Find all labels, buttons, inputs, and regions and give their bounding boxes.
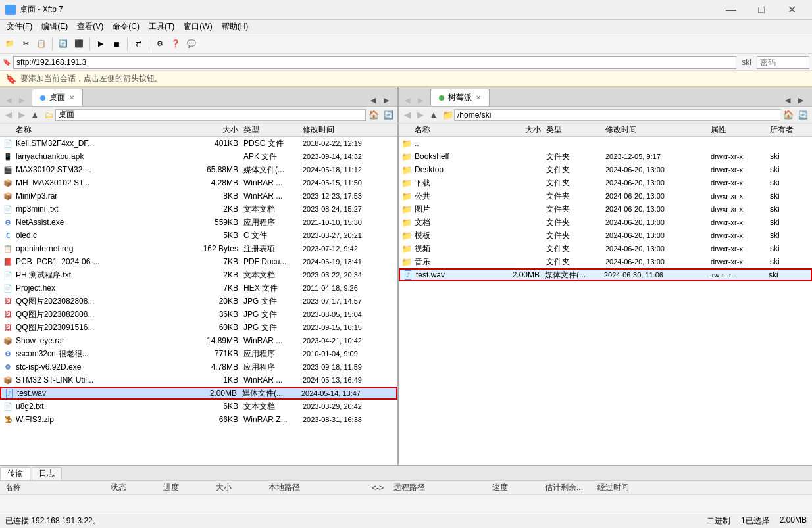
right-file-row[interactable]: 📁 图片 文件夹 2024-06-20, 13:00 drwxr-xr-x sk…: [399, 203, 812, 216]
right-col-type[interactable]: 类型: [546, 124, 605, 135]
left-file-name: ♪ test.wav: [4, 388, 196, 398]
lp-refresh-btn[interactable]: 🔄: [382, 108, 395, 122]
left-file-row[interactable]: 📄 u8g2.txt 6KB 文本文档 2023-03-29, 20:42: [0, 400, 397, 413]
left-file-row[interactable]: 📱 lanyachuankou.apk APK 文件 2023-09-14, 1…: [0, 150, 397, 163]
right-file-row[interactable]: 📁 ..: [399, 137, 812, 150]
left-file-row[interactable]: 📄 PH 测试程序.txt 2KB 文本文档 2023-03-22, 20:34: [0, 268, 397, 281]
left-col-name[interactable]: 名称: [3, 124, 197, 135]
lp-back-btn[interactable]: ◀: [3, 109, 14, 121]
left-tab-close[interactable]: ✕: [69, 94, 74, 101]
left-file-row[interactable]: 📄 Keil.STM32F4xx_DF... 401KB PDSC 文件 201…: [0, 137, 397, 150]
left-file-row[interactable]: 📦 MH_MAX30102 ST... 4.28MB WinRAR ... 20…: [0, 176, 397, 189]
right-file-row[interactable]: 📁 音乐 文件夹 2024-06-20, 13:00 drwxr-xr-x sk…: [399, 255, 812, 268]
toolbar-btn6[interactable]: ▶: [93, 37, 108, 51]
menu-tools[interactable]: 工具(T): [145, 20, 178, 34]
maximize-button[interactable]: □: [746, 0, 776, 20]
toolbar-btn4[interactable]: 🔄: [56, 37, 70, 51]
toolbar-btn7[interactable]: ⏹: [109, 37, 124, 51]
rp-home-btn[interactable]: 🏠: [782, 108, 795, 122]
left-file-row[interactable]: ⚙ NetAssist.exe 559KB 应用程序 2021-10-10, 1…: [0, 216, 397, 229]
rp-up-btn[interactable]: ▲: [428, 109, 440, 121]
right-file-row[interactable]: ♪ test.wav 2.00MB 媒体文件(... 2024-06-30, 1…: [399, 268, 812, 281]
left-file-row[interactable]: 📄 mp3mini .txt 2KB 文本文档 2023-08-24, 15:2…: [0, 203, 397, 216]
right-file-row[interactable]: 📁 Bookshelf 文件夹 2023-12-05, 9:17 drwxr-x…: [399, 150, 812, 163]
minimize-button[interactable]: —: [716, 0, 746, 20]
password-input[interactable]: [757, 56, 809, 69]
right-file-perm: drwxr-xr-x: [711, 258, 770, 266]
left-pane-scroll-left[interactable]: ◀: [367, 94, 379, 106]
left-file-row[interactable]: 📄 Project.hex 7KB HEX 文件 2011-04-18, 9:2…: [0, 281, 397, 295]
rp-back-btn[interactable]: ◀: [401, 109, 413, 121]
toolbar-btn11[interactable]: 💬: [184, 37, 199, 51]
menu-help[interactable]: 帮助(H): [218, 20, 253, 34]
right-pane-back[interactable]: ◀: [401, 94, 413, 106]
toolbar-btn2[interactable]: ✂: [18, 37, 33, 51]
right-file-row[interactable]: 📁 下载 文件夹 2024-06-20, 13:00 drwxr-xr-x sk…: [399, 176, 812, 189]
menu-edit[interactable]: 编辑(E): [38, 20, 72, 34]
left-file-name: 📱 lanyachuankou.apk: [3, 151, 197, 162]
right-pane-scroll-right[interactable]: ▶: [795, 94, 807, 106]
left-file-row[interactable]: 📦 MiniMp3.rar 8KB WinRAR ... 2023-12-23,…: [0, 189, 397, 203]
toolbar-btn5[interactable]: ⬛: [72, 37, 86, 51]
right-file-row[interactable]: 📁 文档 文件夹 2024-06-20, 13:00 drwxr-xr-x sk…: [399, 216, 812, 229]
toolbar-btn3[interactable]: 📋: [34, 37, 49, 51]
right-pane-forward[interactable]: ▶: [415, 94, 426, 106]
left-file-row[interactable]: 🖼 QQ图片2023091516... 60KB JPG 文件 2023-09-…: [0, 321, 397, 334]
right-tab-raspi[interactable]: 树莓派 ✕: [430, 89, 490, 106]
toolbar-btn8[interactable]: ⇄: [131, 37, 145, 51]
menu-window[interactable]: 窗口(W): [180, 20, 216, 34]
left-file-row[interactable]: ⚙ sscom32cn-很老很... 771KB 应用程序 2010-01-04…: [0, 347, 397, 360]
left-file-row[interactable]: 🗜 WiFIS3.zip 66KB WinRAR Z... 2023-08-31…: [0, 413, 397, 426]
left-file-row[interactable]: 📕 PCB_PCB1_2024-06-... 7KB PDF Docu... 2…: [0, 255, 397, 268]
left-file-row[interactable]: ♪ test.wav 2.00MB 媒体文件(... 2024-05-14, 1…: [0, 387, 397, 400]
left-file-row[interactable]: C oled.c 5KB C 文件 2023-03-27, 20:21: [0, 229, 397, 242]
right-col-name[interactable]: 名称: [401, 124, 500, 135]
toolbar-new-session[interactable]: 📁: [3, 37, 17, 51]
left-pane-forward[interactable]: ▶: [16, 94, 28, 106]
right-file-row[interactable]: 📁 视频 文件夹 2024-06-20, 13:00 drwxr-xr-x sk…: [399, 242, 812, 255]
rp-forward-btn[interactable]: ▶: [415, 109, 426, 121]
left-file-row[interactable]: 🎬 MAX30102 STM32 ... 65.88MB 媒体文件(... 20…: [0, 163, 397, 176]
right-file-name: 📁 公共: [401, 191, 500, 202]
lp-up-btn[interactable]: ▲: [29, 109, 41, 121]
right-col-perm[interactable]: 属性: [711, 124, 770, 135]
transfer-tab[interactable]: 传输: [0, 467, 30, 480]
right-file-row[interactable]: 📁 模板 文件夹 2024-06-20, 13:00 drwxr-xr-x sk…: [399, 229, 812, 242]
lp-home-btn[interactable]: 🏠: [367, 108, 380, 122]
address-input[interactable]: [13, 56, 736, 69]
log-tab[interactable]: 日志: [32, 467, 62, 480]
file-type-icon: 📁: [401, 204, 412, 214]
left-pane-scroll-right[interactable]: ▶: [380, 94, 392, 106]
left-file-row[interactable]: ⚙ stc-isp-v6.92D.exe 4.78MB 应用程序 2023-09…: [0, 360, 397, 373]
menu-command[interactable]: 命令(C): [109, 20, 143, 34]
left-file-mtime: 2023-09-15, 16:15: [303, 324, 395, 331]
left-file-row[interactable]: 📋 openinternet.reg 162 Bytes 注册表项 2023-0…: [0, 242, 397, 255]
menu-file[interactable]: 文件(F): [3, 20, 36, 34]
left-col-size[interactable]: 大小: [197, 124, 243, 135]
right-file-row[interactable]: 📁 公共 文件夹 2024-06-20, 13:00 drwxr-xr-x sk…: [399, 189, 812, 203]
left-col-type[interactable]: 类型: [243, 124, 303, 135]
right-tab-close[interactable]: ✕: [476, 94, 481, 101]
left-tab-desktop[interactable]: 桌面 ✕: [32, 89, 83, 106]
lp-forward-btn[interactable]: ▶: [16, 109, 28, 121]
left-col-mtime[interactable]: 修改时间: [303, 124, 395, 135]
rp-refresh-btn[interactable]: 🔄: [796, 108, 809, 122]
left-file-row[interactable]: 📦 Show_eye.rar 14.89MB WinRAR ... 2023-0…: [0, 334, 397, 347]
toolbar-btn10[interactable]: ❓: [168, 37, 183, 51]
left-file-mtime: 2023-09-18, 11:59: [303, 363, 395, 371]
left-file-row[interactable]: 🖼 QQ图片2023082808... 36KB JPG 文件 2023-08-…: [0, 308, 397, 321]
left-path-input[interactable]: [55, 109, 366, 121]
left-file-row[interactable]: 🖼 QQ图片2023082808... 20KB JPG 文件 2023-07-…: [0, 295, 397, 308]
toolbar-btn9[interactable]: ⚙: [153, 37, 167, 51]
right-path-input[interactable]: [454, 109, 780, 121]
close-button[interactable]: ✕: [776, 0, 807, 20]
left-file-row[interactable]: 📦 STM32 ST-LINK Util... 1KB WinRAR ... 2…: [0, 373, 397, 387]
right-file-row[interactable]: 📁 Desktop 文件夹 2024-06-20, 13:00 drwxr-xr…: [399, 163, 812, 176]
menu-view[interactable]: 查看(V): [73, 20, 107, 34]
right-pane-scroll-left[interactable]: ◀: [782, 94, 794, 106]
left-pane-back[interactable]: ◀: [3, 94, 14, 106]
right-col-mtime[interactable]: 修改时间: [605, 124, 711, 135]
left-file-mtime: 2023-09-14, 14:32: [303, 153, 395, 160]
right-col-owner[interactable]: 所有者: [770, 124, 809, 135]
right-col-size[interactable]: 大小: [500, 124, 546, 135]
